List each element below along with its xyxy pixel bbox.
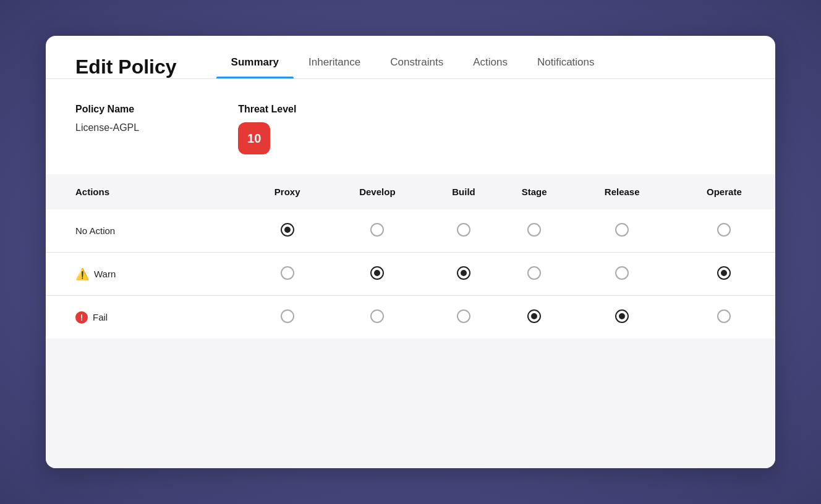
page-title: Edit Policy xyxy=(75,56,177,78)
actions-table-section: Actions Proxy Develop Build Stage Releas… xyxy=(46,174,775,468)
tab-notifications[interactable]: Notifications xyxy=(522,56,610,78)
col-build: Build xyxy=(430,174,497,209)
table-row: ! Fail xyxy=(46,296,775,339)
warn-proxy-cell xyxy=(250,253,325,296)
no-action-label: No Action xyxy=(75,225,250,236)
col-actions: Actions xyxy=(46,174,250,209)
fail-proxy-cell xyxy=(250,296,325,339)
table-header-row: Actions Proxy Develop Build Stage Releas… xyxy=(46,174,775,209)
fail-stage-cell xyxy=(498,296,571,339)
threat-level-badge: 10 xyxy=(238,122,270,154)
fail-release-cell xyxy=(571,296,673,339)
col-operate: Operate xyxy=(673,174,775,209)
col-release: Release xyxy=(571,174,673,209)
tab-bar: Summary Inheritance Constraints Actions … xyxy=(216,56,746,78)
radio-fail-build[interactable] xyxy=(457,309,470,323)
radio-no-action-develop[interactable] xyxy=(370,223,384,237)
tab-actions[interactable]: Actions xyxy=(458,56,522,78)
radio-fail-operate[interactable] xyxy=(717,309,731,323)
actions-table: Actions Proxy Develop Build Stage Releas… xyxy=(46,174,775,338)
radio-no-action-proxy[interactable] xyxy=(281,223,294,237)
threat-level-label: Threat Level xyxy=(238,104,296,115)
warn-develop-cell xyxy=(325,253,430,296)
no-action-build-cell xyxy=(430,209,497,253)
policy-name-value: License-AGPL xyxy=(75,122,139,133)
warn-build-cell xyxy=(430,253,497,296)
radio-warn-stage[interactable] xyxy=(527,266,541,280)
radio-fail-release[interactable] xyxy=(615,309,629,323)
radio-warn-develop[interactable] xyxy=(370,266,384,280)
fail-icon: ! xyxy=(75,311,88,324)
radio-warn-release[interactable] xyxy=(615,266,629,280)
main-card: Edit Policy Summary Inheritance Constrai… xyxy=(46,36,775,468)
fail-operate-cell xyxy=(673,296,775,339)
warn-release-cell xyxy=(571,253,673,296)
radio-no-action-stage[interactable] xyxy=(527,223,541,237)
radio-fail-stage[interactable] xyxy=(527,309,541,323)
tab-constraints[interactable]: Constraints xyxy=(375,56,458,78)
threat-level-group: Threat Level 10 xyxy=(238,104,296,154)
no-action-release-cell xyxy=(571,209,673,253)
warn-icon: ⚠️ xyxy=(75,267,89,281)
warn-stage-cell xyxy=(498,253,571,296)
fail-label-cell: ! Fail xyxy=(46,296,250,339)
radio-warn-proxy[interactable] xyxy=(281,266,294,280)
fail-build-cell xyxy=(430,296,497,339)
warn-label-cell: ⚠️ Warn xyxy=(46,253,250,296)
table-row: No Action xyxy=(46,209,775,253)
policy-name-group: Policy Name License-AGPL xyxy=(75,104,139,133)
policy-name-label: Policy Name xyxy=(75,104,139,115)
tab-inheritance[interactable]: Inheritance xyxy=(294,56,375,78)
warn-operate-cell xyxy=(673,253,775,296)
radio-no-action-release[interactable] xyxy=(615,223,629,237)
fail-develop-cell xyxy=(325,296,430,339)
no-action-stage-cell xyxy=(498,209,571,253)
table-row: ⚠️ Warn xyxy=(46,253,775,296)
tab-summary[interactable]: Summary xyxy=(216,56,294,78)
col-develop: Develop xyxy=(325,174,430,209)
summary-section: Policy Name License-AGPL Threat Level 10 xyxy=(46,79,775,174)
no-action-proxy-cell xyxy=(250,209,325,253)
radio-fail-proxy[interactable] xyxy=(281,309,294,323)
fail-label: ! Fail xyxy=(75,311,250,324)
radio-no-action-operate[interactable] xyxy=(717,223,731,237)
no-action-develop-cell xyxy=(325,209,430,253)
col-stage: Stage xyxy=(498,174,571,209)
no-action-operate-cell xyxy=(673,209,775,253)
radio-fail-develop[interactable] xyxy=(370,309,384,323)
header: Edit Policy Summary Inheritance Constrai… xyxy=(46,36,775,78)
radio-no-action-build[interactable] xyxy=(457,223,470,237)
radio-warn-operate[interactable] xyxy=(717,266,731,280)
warn-label: ⚠️ Warn xyxy=(75,267,250,281)
col-proxy: Proxy xyxy=(250,174,325,209)
action-label-cell: No Action xyxy=(46,209,250,253)
radio-warn-build[interactable] xyxy=(457,266,470,280)
